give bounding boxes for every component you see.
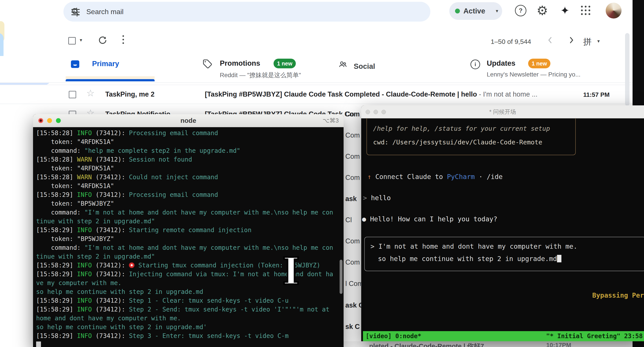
tab-promotions-subtitle: Reddit — "撩妹就是这么简单" xyxy=(220,71,301,79)
claude-code-session: /help for help, /status for your current… xyxy=(361,118,644,331)
up-arrow-icon: ↑ xyxy=(367,173,375,181)
select-all-checkbox[interactable] xyxy=(68,37,76,45)
terminal-window-claude-code[interactable]: * 问候开场 /help for help, /status for your … xyxy=(361,105,644,341)
refresh-icon[interactable] xyxy=(98,35,108,45)
star-icon[interactable]: ☆ xyxy=(86,88,95,99)
pycharm-link[interactable]: PyCharm xyxy=(447,173,475,181)
older-page-button[interactable] xyxy=(567,36,576,45)
inbox-tabs: Primary Promotions 1 new Reddit — "撩妹就是这… xyxy=(0,56,632,83)
bottom-row-time: 10:17PM xyxy=(546,342,571,347)
active-status-label: Active xyxy=(464,2,485,20)
search-bar[interactable] xyxy=(64,2,430,22)
claude-input-box[interactable]: > I'm not at home and dont have my compu… xyxy=(364,237,644,271)
mail-fragment: l Com xyxy=(345,280,363,288)
input-chevron: > xyxy=(370,242,378,250)
row-subject-bold: [TaskPing #BP5WJBYZ] Claude Code Task Co… xyxy=(205,90,477,98)
terminal-titlebar[interactable]: * 问候开场 xyxy=(361,105,644,118)
cwd-line: cwd: /Users/jessytsui/dev/Claude-Code-Re… xyxy=(373,138,542,146)
prompt-text: hello xyxy=(371,194,391,202)
mail-fragment: Com xyxy=(345,174,360,182)
tab-promotions-label: Promotions xyxy=(220,59,260,68)
tab-social-label: Social xyxy=(354,62,375,71)
claude-welcome-box: /help for help, /status for your current… xyxy=(366,118,576,155)
more-options-icon[interactable] xyxy=(122,35,124,46)
tmux-window-title-clock: "* Initial Greeting" 23:58 xyxy=(546,331,643,341)
updates-new-badge: 1 new xyxy=(528,59,550,68)
mail-fragment: Com xyxy=(345,237,360,245)
mail-fragment: Com xyxy=(345,110,360,118)
ime-caret-icon[interactable]: ▾ xyxy=(597,38,600,44)
active-status-dot xyxy=(455,9,460,14)
mail-fragment: Com xyxy=(345,258,360,266)
prompt-chevron: > xyxy=(363,194,371,202)
tip-text: Connect Claude to xyxy=(375,173,447,181)
gemini-sparkle-icon[interactable]: ✦ xyxy=(560,2,570,20)
promotions-new-badge: 1 new xyxy=(274,59,296,68)
help-icon[interactable]: ? xyxy=(515,5,526,16)
pagination-range: 1–50 of 9,544 xyxy=(491,38,531,46)
mail-fragment: Cl xyxy=(345,216,352,224)
tab-updates-subtitle: Lenny's Newsletter — Pricing yo... xyxy=(487,71,580,78)
reply-bullet-icon: ● xyxy=(362,215,370,223)
terminal-shortcut: ⌥⌘3 xyxy=(323,114,339,127)
row-time: 11:57 PM xyxy=(583,91,610,98)
screen: Active ▾ ? ⚙ ✦ ▾ 1–50 of 9,544 拼 ▾ 6 xyxy=(0,0,644,347)
terminal-scrollbar-thumb[interactable] xyxy=(340,260,342,294)
tab-updates-label: Updates xyxy=(487,59,516,68)
select-dropdown-caret[interactable]: ▾ xyxy=(80,37,82,43)
inbox-tab-icon xyxy=(70,60,80,68)
terminal-titlebar[interactable]: node ⌥⌘3 xyxy=(33,114,344,127)
terminal-window-node[interactable]: node ⌥⌘3 [15:58:28] INFO (73412): Proces… xyxy=(33,114,344,347)
tab-primary-label: Primary xyxy=(92,60,119,68)
input-text-1: I'm not at home and dont have my compute… xyxy=(378,242,577,250)
tip-suffix: · /ide xyxy=(475,173,502,181)
assistant-reply-line: ● Hello! How can I help you today? xyxy=(362,215,497,223)
occluded-mail-row-strip: pleted - Claude-Code-Remote | 你好7 10:17P… xyxy=(344,341,632,347)
reply-text: Hello! How can I help you today? xyxy=(370,215,497,223)
bottom-row-fragment: pleted - Claude-Code-Remote | 你好7 xyxy=(369,342,484,347)
mail-fragment: Com xyxy=(345,153,360,161)
terminal-log-output: [15:58:28] INFO (73412): Processing emai… xyxy=(33,127,344,347)
mail-fragment: ask C xyxy=(345,301,364,309)
help-hint-line: /help for help, /status for your current… xyxy=(373,125,550,132)
scrollbar[interactable] xyxy=(625,33,630,106)
mail-row-1[interactable]: ☆ TaskPing, me 2 [TaskPing #BP5WJBYZ] Cl… xyxy=(0,85,632,104)
newer-page-button[interactable] xyxy=(546,36,554,45)
input-text-2: so help me continue with step 2 in upgra… xyxy=(378,255,557,263)
mail-fragment: ask xyxy=(345,195,357,203)
search-input[interactable] xyxy=(86,5,391,19)
text-cursor-block xyxy=(557,255,562,262)
info-icon: i xyxy=(470,60,480,69)
search-options-icon[interactable] xyxy=(71,7,80,17)
tmux-status-bar: [video] 0:node* "* Initial Greeting" 23:… xyxy=(363,331,644,341)
ide-tip-line: ↑ Connect Claude to PyCharm · /ide xyxy=(367,173,502,181)
chevron-down-icon: ▾ xyxy=(496,2,498,20)
input-line-1: > I'm not at home and dont have my compu… xyxy=(370,242,577,250)
mail-fragment: sk C xyxy=(345,323,360,331)
input-line-2: so help me continue with step 2 in upgra… xyxy=(378,255,562,263)
tag-icon xyxy=(203,59,212,69)
row-sender: TaskPing, me 2 xyxy=(105,90,154,98)
tab-highlight xyxy=(66,76,154,79)
row-snippet: - I'm not at home ... xyxy=(477,90,538,98)
row-checkbox[interactable] xyxy=(69,91,76,98)
ibeam-mouse-cursor: I xyxy=(282,253,300,290)
chat-status-selector[interactable]: Active ▾ xyxy=(449,2,502,20)
people-icon xyxy=(338,60,348,69)
terminal-title: node xyxy=(33,114,344,127)
row-subject: [TaskPing #BP5WJBYZ] Claude Code Task Co… xyxy=(205,90,538,98)
google-apps-icon[interactable] xyxy=(581,6,590,15)
avatar[interactable] xyxy=(606,3,622,19)
bypassing-permissions-label: Bypassing Permissions xyxy=(592,291,644,299)
tmux-session-label: [video] 0:node* xyxy=(366,331,421,341)
user-prompt-line: > hello xyxy=(363,194,391,202)
tab-active-underline xyxy=(66,79,154,81)
terminal-title: * 问候开场 xyxy=(361,105,644,118)
mail-fragment: Com xyxy=(345,131,360,139)
settings-gear-icon[interactable]: ⚙ xyxy=(536,2,548,20)
input-method-selector[interactable]: 拼 xyxy=(583,36,592,47)
